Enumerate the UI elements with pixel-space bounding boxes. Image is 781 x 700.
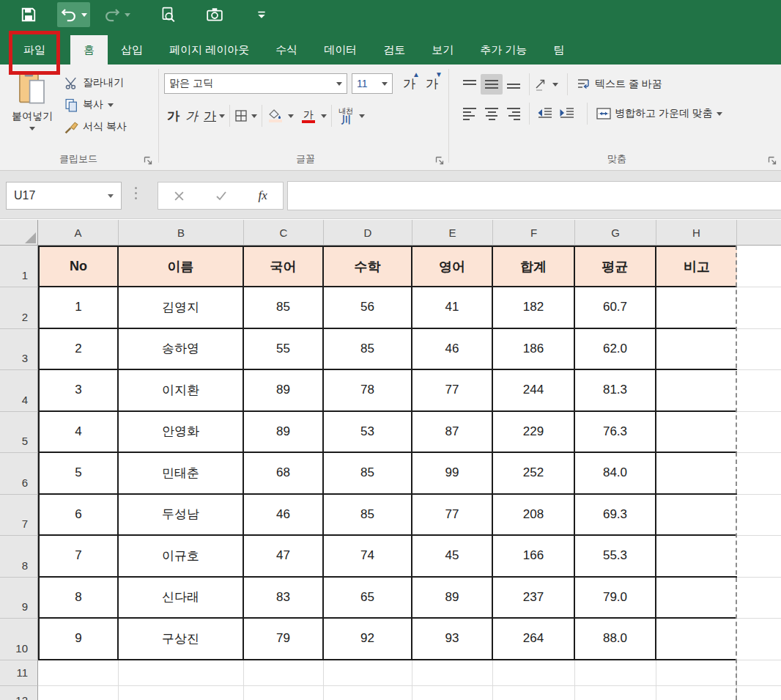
- align-left-button[interactable]: [459, 103, 481, 124]
- cell-C2[interactable]: 85: [244, 287, 324, 329]
- cell-H12[interactable]: [656, 686, 737, 700]
- cell-H9[interactable]: [656, 578, 737, 619]
- cell-F5[interactable]: 229: [493, 412, 575, 454]
- row-header-2[interactable]: 2: [0, 287, 38, 329]
- cell-E4[interactable]: 77: [412, 370, 493, 412]
- copy-button[interactable]: 복사: [64, 94, 127, 116]
- tab-2[interactable]: 삽입: [108, 35, 156, 65]
- cell-C1[interactable]: 국어: [244, 246, 324, 287]
- cell-A4[interactable]: 3: [38, 370, 119, 412]
- cell-D11[interactable]: [324, 660, 412, 686]
- tab-4[interactable]: 수식: [262, 35, 311, 65]
- cell-E3[interactable]: 46: [412, 329, 493, 371]
- cell-G2[interactable]: 60.7: [575, 287, 656, 329]
- cell-G11[interactable]: [575, 660, 656, 686]
- font-dialog-launcher-icon[interactable]: [434, 155, 445, 166]
- cell-A11[interactable]: [38, 660, 119, 686]
- undo-button[interactable]: [57, 2, 90, 27]
- row-header-12[interactable]: 12: [0, 686, 38, 700]
- align-center-button[interactable]: [481, 103, 503, 124]
- column-header-G[interactable]: G: [575, 220, 656, 246]
- cell-B11[interactable]: [119, 660, 244, 686]
- cell-E6[interactable]: 99: [412, 453, 493, 495]
- cell-F2[interactable]: 182: [493, 287, 575, 329]
- phonetic-guide-button[interactable]: 내천 川: [336, 108, 365, 125]
- cell-outside-table[interactable]: [737, 412, 781, 454]
- cell-D2[interactable]: 56: [324, 287, 412, 329]
- cell-E5[interactable]: 87: [412, 412, 493, 454]
- tab-3[interactable]: 페이지 레이아웃: [156, 35, 262, 65]
- underline-dropdown-icon[interactable]: [219, 114, 225, 118]
- cell-H7[interactable]: [656, 495, 737, 537]
- row-header-9[interactable]: 9: [0, 578, 38, 619]
- phonetic-dropdown-icon[interactable]: [359, 114, 365, 118]
- cell-E12[interactable]: [412, 686, 493, 700]
- cell-C5[interactable]: 89: [244, 412, 324, 454]
- cell-C12[interactable]: [244, 686, 324, 700]
- copy-dropdown-icon[interactable]: [108, 103, 114, 107]
- font-size-dropdown-icon[interactable]: [382, 82, 388, 86]
- cell-C3[interactable]: 55: [244, 329, 324, 371]
- cell-F10[interactable]: 264: [493, 619, 575, 660]
- cell-F1[interactable]: 합계: [493, 246, 575, 287]
- paste-button[interactable]: 붙여넣기: [6, 70, 59, 147]
- cell-B2[interactable]: 김영지: [119, 287, 244, 329]
- row-header-7[interactable]: 7: [0, 495, 38, 537]
- cell-H6[interactable]: [656, 453, 737, 495]
- column-header-B[interactable]: B: [119, 220, 244, 246]
- row-header-3[interactable]: 3: [0, 329, 38, 371]
- decrease-indent-button[interactable]: [534, 103, 556, 124]
- cell-E11[interactable]: [412, 660, 493, 686]
- cell-A7[interactable]: 6: [38, 495, 119, 537]
- cell-A9[interactable]: 8: [38, 578, 119, 619]
- cell-F4[interactable]: 244: [493, 370, 575, 412]
- cell-E10[interactable]: 93: [412, 619, 493, 660]
- wrap-text-button[interactable]: 텍스트 줄 바꿈: [577, 78, 662, 91]
- cell-E1[interactable]: 영어: [412, 246, 493, 287]
- underline-button[interactable]: 가: [201, 108, 219, 125]
- column-header-A[interactable]: A: [38, 220, 119, 246]
- font-size-combo[interactable]: 11: [352, 73, 393, 94]
- font-name-dropdown-icon[interactable]: [336, 82, 342, 86]
- cell-outside-table[interactable]: [737, 536, 781, 578]
- cell-B6[interactable]: 민태춘: [119, 453, 244, 495]
- font-color-button[interactable]: 가: [300, 109, 327, 123]
- redo-dropdown-icon[interactable]: [125, 13, 130, 17]
- italic-button[interactable]: 가: [182, 108, 201, 125]
- cell-D3[interactable]: 85: [324, 329, 412, 371]
- cell-F9[interactable]: 237: [493, 578, 575, 619]
- cell-G3[interactable]: 62.0: [575, 329, 656, 371]
- select-all-corner[interactable]: [0, 220, 38, 246]
- alignment-dialog-launcher-icon[interactable]: [767, 155, 777, 166]
- cell-G4[interactable]: 81.3: [575, 370, 656, 412]
- row-header-6[interactable]: 6: [0, 453, 38, 495]
- cell-D7[interactable]: 85: [324, 495, 412, 537]
- cell-C8[interactable]: 47: [244, 536, 324, 578]
- cell-H2[interactable]: [656, 287, 737, 329]
- merge-center-button[interactable]: 병합하고 가운데 맞춤: [596, 107, 722, 120]
- cell-outside-table[interactable]: [737, 578, 781, 619]
- cell-H1[interactable]: 비고: [656, 246, 737, 287]
- formula-input[interactable]: [287, 181, 781, 210]
- decrease-font-size-button[interactable]: 가▼: [423, 75, 441, 92]
- print-preview-icon[interactable]: [155, 3, 180, 26]
- tab-1[interactable]: 홈: [70, 35, 108, 65]
- cell-G1[interactable]: 평균: [575, 246, 656, 287]
- qat-customize-icon[interactable]: [249, 3, 274, 26]
- cell-A3[interactable]: 2: [38, 329, 119, 371]
- align-middle-button[interactable]: [481, 74, 503, 95]
- cell-A2[interactable]: 1: [38, 287, 119, 329]
- cell-C7[interactable]: 46: [244, 495, 324, 537]
- cell-A12[interactable]: [38, 686, 119, 700]
- font-color-dropdown-icon[interactable]: [321, 114, 327, 118]
- column-header-F[interactable]: F: [493, 220, 575, 246]
- clipboard-dialog-launcher-icon[interactable]: [143, 155, 153, 166]
- cell-G12[interactable]: [575, 686, 656, 700]
- row-header-8[interactable]: 8: [0, 536, 38, 578]
- cell-G10[interactable]: 88.0: [575, 619, 656, 660]
- cell-F11[interactable]: [493, 660, 575, 686]
- cell-H4[interactable]: [656, 370, 737, 412]
- cell-C10[interactable]: 79: [244, 619, 324, 660]
- cell-A8[interactable]: 7: [38, 536, 119, 578]
- insert-function-icon[interactable]: fx: [259, 188, 267, 203]
